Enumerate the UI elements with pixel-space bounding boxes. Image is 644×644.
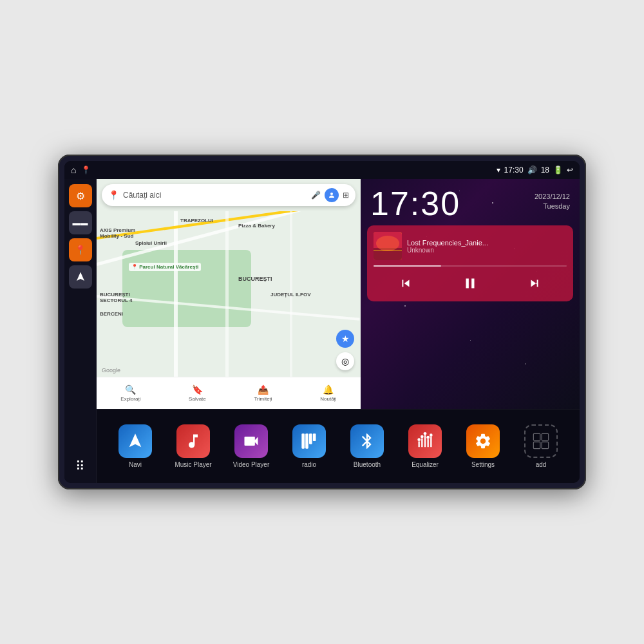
map-saved-button[interactable]: 🔖 Salvate <box>189 384 206 402</box>
bluetooth-label: Bluetooth <box>354 461 381 468</box>
music-prev-button[interactable] <box>394 272 417 295</box>
music-info-row: Lost Frequencies_Janie... Unknown <box>374 232 567 260</box>
files-icon: ▬▬ <box>73 218 88 227</box>
svg-point-16 <box>424 432 427 435</box>
map-layers-icon[interactable]: ⊞ <box>343 191 349 200</box>
sidebar-map-button[interactable]: 📍 <box>69 238 92 261</box>
svg-rect-7 <box>309 433 312 444</box>
navi-icon-bg <box>118 424 152 458</box>
map-share-button[interactable]: 📤 Trimiteți <box>254 384 272 402</box>
status-right-icons: ▾ 17:30 🔊 18 🔋 ↩ <box>497 166 573 175</box>
radio-label: radio <box>302 461 316 468</box>
music-progress-fill <box>374 265 441 267</box>
wifi-icon: ▾ <box>497 166 500 175</box>
video-player-icon-bg <box>234 424 268 458</box>
svg-rect-22 <box>542 442 549 449</box>
map-label-axis: AXIS PremiumMobility - Sud <box>100 227 135 239</box>
music-pause-button[interactable] <box>459 272 482 295</box>
sidebar-nav-button[interactable] <box>69 265 92 289</box>
svg-rect-10 <box>421 438 422 447</box>
map-search-pin-icon: 📍 <box>108 190 119 200</box>
svg-rect-5 <box>301 433 305 448</box>
svg-rect-6 <box>305 433 308 448</box>
signal-strength: 18 <box>541 166 549 175</box>
news-icon: 🔔 <box>323 384 334 395</box>
clock-day: Tuesday <box>535 202 570 211</box>
map-pin-icon: 📍 <box>75 245 86 255</box>
clock-date: 2023/12/12 <box>535 192 570 202</box>
svg-rect-13 <box>430 437 431 447</box>
svg-rect-4 <box>374 250 402 251</box>
share-label: Trimiteți <box>254 396 272 402</box>
battery-icon: 🔋 <box>553 166 563 175</box>
map-mic-icon[interactable]: 🎤 <box>311 191 321 200</box>
app-radio[interactable]: radio <box>290 424 328 468</box>
app-equalizer[interactable]: Equalizer <box>406 424 444 468</box>
map-label-trapezolui: TRAPEZOLUI <box>180 218 213 223</box>
main-content: ⚙ ▬▬ 📍 ⠿ <box>64 179 580 483</box>
map-label-jud-ilfov: JUDEȚUL ILFOV <box>270 292 311 298</box>
svg-rect-19 <box>533 433 540 440</box>
map-label-pizza: Pizza & Bakery <box>238 223 275 229</box>
add-icon-bg <box>524 424 558 458</box>
music-player-label: Music Player <box>175 461 211 468</box>
app-navi[interactable]: Navi <box>116 424 155 468</box>
music-next-button[interactable] <box>523 272 546 295</box>
location-crosshair-icon: ◎ <box>341 356 349 366</box>
star-icon: ★ <box>341 334 350 344</box>
right-panel: 17:30 2023/12/12 Tuesday <box>361 179 580 409</box>
map-label-bucuresti: BUCUREȘTI <box>238 276 272 282</box>
music-widget[interactable]: Lost Frequencies_Janie... Unknown <box>367 225 573 301</box>
status-time: 17:30 <box>504 166 524 175</box>
album-art <box>374 232 402 260</box>
map-background: 📍 Căutați aici 🎤 ⊞ <box>97 179 361 409</box>
music-progress-bar[interactable] <box>374 265 567 267</box>
sidebar-settings-button[interactable]: ⚙ <box>69 184 92 207</box>
svg-point-17 <box>426 436 430 439</box>
map-search-bar[interactable]: 📍 Căutați aici 🎤 ⊞ <box>102 184 355 206</box>
map-frame[interactable]: 📍 Căutați aici 🎤 ⊞ <box>97 179 361 409</box>
map-user-avatar[interactable] <box>325 188 339 202</box>
svg-point-3 <box>376 236 399 251</box>
app-music-player[interactable]: Music Player <box>174 424 213 468</box>
map-marker-icon[interactable]: 📍 <box>81 166 91 175</box>
map-location-button[interactable]: ◎ <box>336 352 354 370</box>
center-area: 📍 Căutați aici 🎤 ⊞ <box>97 179 580 483</box>
app-video-player[interactable]: Video Player <box>232 424 270 468</box>
status-left-icons: ⌂ 📍 <box>71 165 91 175</box>
app-bluetooth[interactable]: Bluetooth <box>348 424 386 468</box>
app-add[interactable]: add <box>522 424 560 468</box>
saved-icon: 🔖 <box>192 384 203 395</box>
navigation-icon <box>75 271 86 283</box>
back-icon[interactable]: ↩ <box>567 166 573 175</box>
music-title: Lost Frequencies_Janie... <box>407 239 567 247</box>
park-area <box>122 250 251 327</box>
road-vertical-2 <box>225 211 229 377</box>
svg-rect-12 <box>428 439 429 448</box>
radio-icon-bg <box>292 424 326 458</box>
map-bottom-bar: 🔍 Explorați 🔖 Salvate 📤 Trimiteți <box>97 377 361 409</box>
map-label-sectorul4: BUCUREȘTISECTORUL 4 <box>100 292 132 303</box>
navi-label: Navi <box>129 461 142 468</box>
map-star-button[interactable]: ★ <box>336 330 354 348</box>
news-label: Noutăți <box>320 396 336 402</box>
svg-rect-11 <box>424 435 426 448</box>
clock-section: 17:30 2023/12/12 Tuesday <box>361 179 580 225</box>
map-label-parc: 📍 Parcul Natural Văcărești <box>129 263 201 271</box>
music-player-icon-bg <box>176 424 210 458</box>
svg-point-0 <box>330 193 333 195</box>
apps-grid-icon: ⠿ <box>75 459 85 474</box>
music-artist: Unknown <box>407 247 567 254</box>
app-settings[interactable]: Settings <box>464 424 502 468</box>
svg-rect-8 <box>313 433 316 441</box>
sidebar-files-button[interactable]: ▬▬ <box>69 211 92 234</box>
map-explore-button[interactable]: 🔍 Explorați <box>120 384 140 402</box>
home-icon[interactable]: ⌂ <box>71 165 76 175</box>
sidebar-apps-button[interactable]: ⠿ <box>69 455 92 478</box>
map-news-button[interactable]: 🔔 Noutăți <box>320 384 336 402</box>
video-player-label: Video Player <box>233 461 270 468</box>
map-search-input[interactable]: Căutați aici <box>123 191 307 200</box>
google-logo: Google <box>102 367 120 374</box>
map-container: 📍 Căutați aici 🎤 ⊞ <box>97 179 580 409</box>
settings-icon: ⚙ <box>76 190 85 202</box>
